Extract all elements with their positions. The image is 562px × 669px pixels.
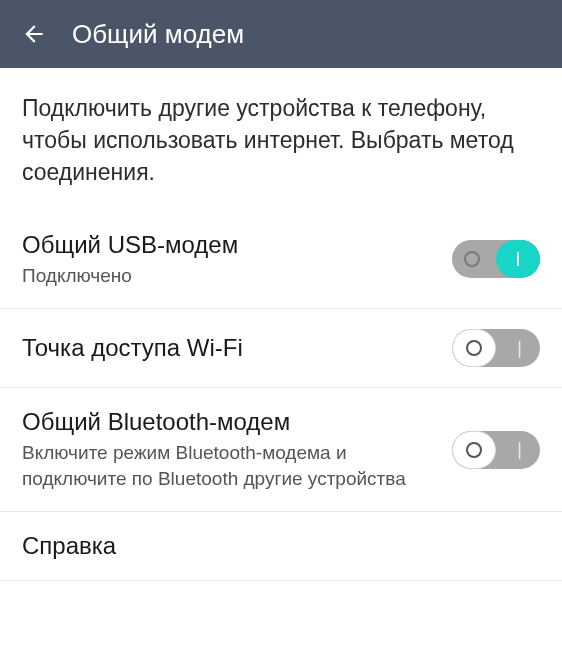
setting-title: Справка bbox=[22, 532, 528, 560]
arrow-left-icon bbox=[21, 21, 47, 47]
setting-usb-tethering[interactable]: Общий USB-модем Подключено bbox=[0, 211, 562, 310]
toggle-wifi[interactable]: | bbox=[452, 329, 540, 367]
toggle-usb[interactable] bbox=[452, 240, 540, 278]
setting-text: Справка bbox=[22, 532, 540, 560]
setting-title: Общий USB-модем bbox=[22, 231, 440, 259]
setting-help[interactable]: Справка bbox=[0, 512, 562, 581]
setting-subtitle: Подключено bbox=[22, 263, 440, 289]
setting-text: Точка доступа Wi-Fi bbox=[22, 334, 452, 362]
toggle-on-indicator: | bbox=[517, 439, 522, 460]
page-title: Общий модем bbox=[72, 19, 244, 50]
header: Общий модем bbox=[0, 0, 562, 68]
back-button[interactable] bbox=[20, 20, 48, 48]
setting-title: Точка доступа Wi-Fi bbox=[22, 334, 440, 362]
setting-text: Общий Bluetooth-модем Включите режим Blu… bbox=[22, 408, 452, 491]
toggle-off-icon bbox=[466, 340, 482, 356]
toggle-bluetooth[interactable]: | bbox=[452, 431, 540, 469]
toggle-off-icon bbox=[466, 442, 482, 458]
toggle-off-indicator bbox=[464, 251, 480, 267]
setting-wifi-hotspot[interactable]: Точка доступа Wi-Fi | bbox=[0, 309, 562, 388]
toggle-knob bbox=[496, 240, 540, 278]
setting-bluetooth-tethering[interactable]: Общий Bluetooth-модем Включите режим Blu… bbox=[0, 388, 562, 512]
toggle-knob bbox=[452, 329, 496, 367]
toggle-knob bbox=[452, 431, 496, 469]
setting-subtitle: Включите режим Bluetooth-модема и подклю… bbox=[22, 440, 440, 491]
setting-title: Общий Bluetooth-модем bbox=[22, 408, 440, 436]
toggle-on-indicator: | bbox=[517, 338, 522, 359]
description-text: Подключить другие устройства к телефону,… bbox=[0, 68, 562, 211]
setting-text: Общий USB-модем Подключено bbox=[22, 231, 452, 289]
toggle-on-icon bbox=[517, 252, 520, 266]
